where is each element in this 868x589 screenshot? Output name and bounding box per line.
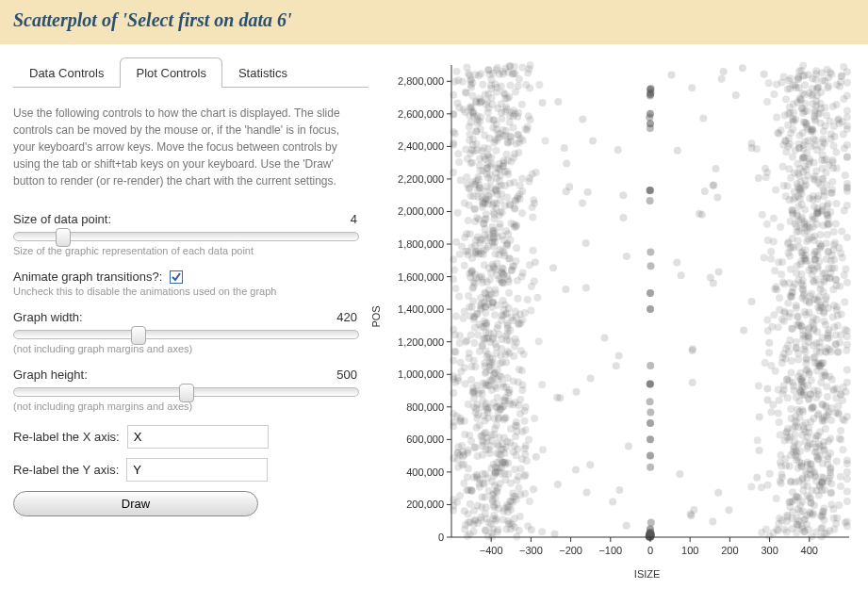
svg-point-1734 [843, 68, 851, 75]
svg-point-869 [486, 275, 494, 283]
svg-point-656 [515, 484, 522, 492]
svg-point-753 [495, 505, 502, 513]
svg-point-1388 [814, 195, 822, 203]
width-slider[interactable] [13, 330, 359, 339]
svg-point-1453 [830, 123, 838, 130]
svg-point-828 [517, 347, 525, 354]
svg-point-509 [522, 81, 530, 89]
svg-point-724 [516, 139, 523, 146]
svg-point-612 [531, 278, 538, 286]
svg-point-647 [507, 506, 515, 514]
svg-point-1863 [718, 75, 726, 83]
svg-point-1783 [776, 294, 783, 302]
tab-statistics[interactable]: Statistics [222, 57, 303, 88]
slider-handle[interactable] [131, 326, 146, 345]
svg-point-899 [516, 75, 523, 83]
point-size-value: 4 [351, 212, 357, 226]
svg-point-265 [488, 94, 496, 102]
svg-text:800,000: 800,000 [406, 401, 444, 413]
draw-button[interactable]: Draw [13, 491, 258, 516]
slider-handle[interactable] [56, 228, 71, 247]
svg-point-1860 [623, 522, 631, 530]
svg-point-897 [468, 79, 476, 87]
svg-point-1848 [709, 518, 716, 526]
help-text: Use the following controls to how the ch… [13, 105, 363, 189]
svg-point-1780 [799, 374, 807, 382]
svg-point-1707 [820, 221, 827, 229]
xlabel-input[interactable] [127, 425, 269, 449]
point-size-label: Size of data point: [13, 212, 111, 226]
svg-point-1808 [720, 68, 728, 75]
svg-text:−300: −300 [519, 545, 543, 556]
svg-point-1744 [813, 205, 821, 212]
svg-point-1899 [647, 197, 654, 205]
svg-point-670 [464, 180, 471, 188]
tab-data-controls[interactable]: Data Controls [13, 57, 120, 88]
svg-point-1867 [756, 413, 763, 420]
svg-text:1,400,000: 1,400,000 [398, 303, 444, 315]
svg-point-1371 [843, 114, 851, 122]
animate-checkbox[interactable] [170, 270, 183, 284]
svg-point-1411 [795, 398, 803, 405]
ylabel-input[interactable] [126, 458, 268, 482]
svg-point-1516 [843, 79, 851, 87]
svg-point-1837 [713, 194, 721, 202]
svg-point-1600 [818, 473, 826, 481]
svg-point-889 [498, 190, 505, 198]
svg-point-784 [503, 106, 511, 113]
svg-point-880 [512, 399, 519, 406]
svg-point-1883 [647, 452, 654, 460]
svg-point-1370 [764, 327, 772, 335]
svg-point-1646 [787, 74, 794, 82]
svg-point-1490 [794, 313, 801, 320]
svg-point-602 [492, 289, 500, 297]
svg-point-747 [500, 71, 507, 78]
svg-point-1443 [819, 373, 827, 381]
slider-handle[interactable] [179, 384, 194, 402]
svg-point-1695 [809, 100, 816, 107]
svg-point-1592 [778, 470, 785, 478]
svg-point-700 [453, 499, 461, 506]
svg-point-1638 [806, 195, 813, 203]
svg-point-883 [467, 437, 475, 445]
svg-point-1624 [773, 114, 780, 122]
point-size-slider[interactable] [13, 232, 359, 241]
svg-text:−400: −400 [480, 545, 503, 556]
svg-point-858 [492, 495, 500, 502]
svg-point-1026 [843, 234, 851, 241]
svg-point-1762 [834, 349, 842, 356]
svg-point-788 [485, 264, 493, 271]
svg-point-406 [493, 515, 500, 523]
svg-point-1790 [785, 436, 793, 444]
svg-point-481 [483, 400, 490, 407]
svg-point-1787 [799, 335, 807, 342]
svg-point-1352 [831, 341, 839, 349]
svg-point-519 [481, 430, 488, 437]
svg-point-853 [494, 375, 501, 383]
svg-point-1903 [647, 89, 655, 96]
tab-plot-controls[interactable]: Plot Controls [120, 57, 221, 88]
svg-point-725 [478, 386, 485, 394]
svg-point-1785 [774, 129, 781, 137]
svg-point-1612 [770, 215, 778, 222]
svg-point-1669 [802, 428, 810, 435]
svg-point-1626 [827, 270, 834, 277]
controls-panel: Data Controls Plot Controls Statistics U… [13, 57, 368, 576]
svg-point-817 [462, 89, 469, 96]
svg-point-336 [483, 503, 490, 511]
svg-point-351 [500, 297, 507, 304]
svg-point-895 [450, 454, 457, 462]
svg-point-1691 [835, 409, 843, 417]
svg-point-1552 [767, 248, 775, 255]
svg-point-566 [461, 200, 468, 207]
svg-point-1609 [813, 265, 821, 272]
svg-point-1672 [816, 339, 824, 347]
svg-point-1731 [827, 466, 834, 473]
height-slider[interactable] [13, 387, 359, 397]
svg-point-854 [493, 450, 500, 457]
svg-point-1598 [781, 112, 789, 120]
svg-point-1121 [801, 81, 809, 89]
svg-point-1718 [823, 255, 830, 263]
svg-point-1654 [821, 77, 828, 85]
svg-point-1757 [763, 221, 771, 228]
